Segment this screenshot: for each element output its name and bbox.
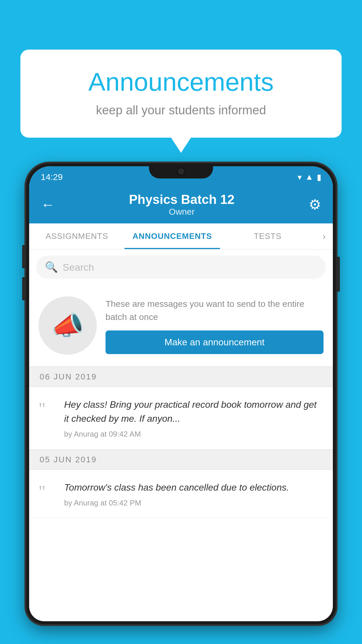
megaphone-icon: 📣 bbox=[51, 310, 84, 341]
prompt-content: These are messages you want to send to t… bbox=[106, 297, 324, 354]
volume-down-button bbox=[22, 277, 26, 300]
search-container: 🔍 Search bbox=[29, 250, 333, 285]
bubble-subtitle: keep all your students informed bbox=[44, 103, 318, 117]
announcement-text-1: Hey class! Bring your practical record b… bbox=[64, 398, 324, 426]
header-center: Physics Batch 12 Owner bbox=[129, 192, 235, 217]
date-divider-2: 05 JUN 2019 bbox=[29, 449, 333, 470]
announcement-text-2: Tomorrow's class has been cancelled due … bbox=[64, 480, 324, 494]
speech-bubble: Announcements keep all your students inf… bbox=[20, 50, 342, 138]
volume-up-button bbox=[22, 245, 26, 268]
tab-more[interactable]: › bbox=[315, 223, 333, 249]
phone-mockup: 14:29 ▾ ▲ ▮ ← Physics Batch 12 Owner ⚙ bbox=[26, 163, 336, 644]
status-icons: ▾ ▲ ▮ bbox=[298, 172, 321, 182]
phone-camera bbox=[177, 167, 185, 176]
phone-notch bbox=[149, 163, 213, 178]
header-title: Physics Batch 12 bbox=[129, 192, 235, 207]
megaphone-circle: 📣 bbox=[38, 296, 97, 355]
tab-announcements[interactable]: ANNOUNCEMENTS bbox=[124, 223, 220, 249]
make-announcement-button[interactable]: Make an announcement bbox=[106, 330, 324, 354]
announcement-content-2: Tomorrow's class has been cancelled due … bbox=[64, 480, 324, 508]
announcement-meta-2: by Anurag at 05:42 PM bbox=[64, 498, 324, 508]
announcement-item-2[interactable]: " Tomorrow's class has been cancelled du… bbox=[29, 470, 333, 518]
back-button[interactable]: ← bbox=[41, 197, 55, 213]
search-bar[interactable]: 🔍 Search bbox=[36, 256, 326, 279]
status-time: 14:29 bbox=[41, 172, 63, 182]
wifi-icon: ▾ bbox=[298, 172, 302, 182]
prompt-description: These are messages you want to send to t… bbox=[106, 297, 324, 323]
tab-assignments[interactable]: ASSIGNMENTS bbox=[29, 223, 124, 249]
search-icon: 🔍 bbox=[45, 261, 58, 273]
app-header: ← Physics Batch 12 Owner ⚙ bbox=[29, 186, 333, 223]
battery-icon: ▮ bbox=[317, 172, 321, 182]
header-subtitle: Owner bbox=[129, 207, 235, 217]
quote-icon-2: " bbox=[38, 483, 56, 500]
phone-frame: 14:29 ▾ ▲ ▮ ← Physics Batch 12 Owner ⚙ bbox=[26, 163, 336, 624]
phone-screen: 14:29 ▾ ▲ ▮ ← Physics Batch 12 Owner ⚙ bbox=[29, 166, 333, 621]
announcement-meta-1: by Anurag at 09:42 AM bbox=[64, 430, 324, 439]
signal-icon: ▲ bbox=[305, 172, 313, 182]
power-button bbox=[336, 257, 340, 292]
tabs-bar: ASSIGNMENTS ANNOUNCEMENTS TESTS › bbox=[29, 223, 333, 250]
date-divider-1: 06 JUN 2019 bbox=[29, 367, 333, 387]
tab-tests[interactable]: TESTS bbox=[220, 223, 315, 249]
quote-icon-1: " bbox=[38, 400, 56, 417]
speech-bubble-section: Announcements keep all your students inf… bbox=[20, 50, 342, 138]
bubble-title: Announcements bbox=[44, 67, 318, 97]
announcement-item-1[interactable]: " Hey class! Bring your practical record… bbox=[29, 387, 333, 449]
settings-icon[interactable]: ⚙ bbox=[309, 196, 321, 213]
announcement-content-1: Hey class! Bring your practical record b… bbox=[64, 398, 324, 439]
announcement-prompt: 📣 These are messages you want to send to… bbox=[29, 285, 333, 367]
search-input[interactable]: Search bbox=[63, 262, 94, 273]
